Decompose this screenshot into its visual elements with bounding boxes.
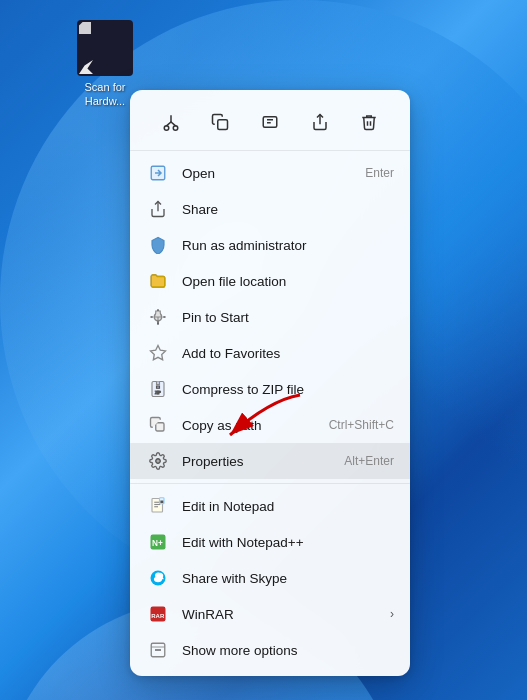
svg-marker-11 <box>151 346 166 360</box>
svg-text:≡: ≡ <box>161 500 163 504</box>
menu-item-properties-shortcut: Alt+Enter <box>344 454 394 468</box>
icon-thumbnail <box>77 20 133 76</box>
menu-item-edit-notepadpp[interactable]: N+ Edit with Notepad++ <box>130 524 410 560</box>
winrar-submenu-arrow: › <box>390 607 394 621</box>
winrar-icon: RAR <box>146 602 170 626</box>
context-menu: Open Enter Share Run as administrator Op… <box>130 90 410 676</box>
svg-rect-2 <box>218 120 228 130</box>
menu-item-open-location[interactable]: Open file location <box>130 263 410 299</box>
properties-icon <box>146 449 170 473</box>
menu-item-compress-zip-label: Compress to ZIP file <box>182 382 394 397</box>
menu-item-properties[interactable]: Properties Alt+Enter <box>130 443 410 479</box>
skype-icon <box>146 566 170 590</box>
toolbar-rename-button[interactable] <box>252 104 288 140</box>
menu-item-run-admin-label: Run as administrator <box>182 238 394 253</box>
menu-item-winrar-label: WinRAR <box>182 607 382 622</box>
menu-item-properties-label: Properties <box>182 454 336 469</box>
share-icon <box>146 197 170 221</box>
menu-item-share-skype[interactable]: Share with Skype <box>130 560 410 596</box>
toolbar-share-button[interactable] <box>302 104 338 140</box>
menu-item-open-label: Open <box>182 166 357 181</box>
menu-item-copy-path[interactable]: Copy as path Ctrl+Shift+C <box>130 407 410 443</box>
menu-item-share-skype-label: Share with Skype <box>182 571 394 586</box>
star-icon <box>146 341 170 365</box>
notepad-icon: ≡ <box>146 494 170 518</box>
notepadpp-icon: N+ <box>146 530 170 554</box>
menu-item-pin-start-label: Pin to Start <box>182 310 394 325</box>
menu-item-share[interactable]: Share <box>130 191 410 227</box>
menu-item-edit-notepad-label: Edit in Notepad <box>182 499 394 514</box>
menu-item-copy-path-shortcut: Ctrl+Shift+C <box>329 418 394 432</box>
svg-point-16 <box>156 459 161 464</box>
menu-separator-1 <box>130 483 410 484</box>
desktop-icon-label: Scan for Hardw... <box>85 80 126 109</box>
menu-item-run-admin[interactable]: Run as administrator <box>130 227 410 263</box>
menu-item-share-label: Share <box>182 202 394 217</box>
toolbar-cut-button[interactable] <box>153 104 189 140</box>
menu-item-edit-notepad[interactable]: ≡ Edit in Notepad <box>130 488 410 524</box>
svg-text:RAR: RAR <box>151 613 165 619</box>
menu-item-add-favorites-label: Add to Favorites <box>182 346 394 361</box>
menu-item-add-favorites[interactable]: Add to Favorites <box>130 335 410 371</box>
svg-rect-13 <box>157 386 160 388</box>
zip-icon: ZIP <box>146 377 170 401</box>
menu-item-show-more[interactable]: Show more options <box>130 632 410 668</box>
svg-text:ZIP: ZIP <box>155 391 161 395</box>
toolbar-delete-button[interactable] <box>351 104 387 140</box>
menu-item-winrar[interactable]: RAR WinRAR › <box>130 596 410 632</box>
svg-rect-15 <box>156 423 164 431</box>
context-menu-toolbar <box>130 98 410 151</box>
pin-icon <box>146 305 170 329</box>
menu-item-compress-zip[interactable]: ZIP Compress to ZIP file <box>130 371 410 407</box>
menu-item-open-location-label: Open file location <box>182 274 394 289</box>
svg-text:N+: N+ <box>152 539 163 548</box>
shield-icon <box>146 233 170 257</box>
menu-item-edit-notepadpp-label: Edit with Notepad++ <box>182 535 394 550</box>
menu-item-pin-start[interactable]: Pin to Start <box>130 299 410 335</box>
folder-icon <box>146 269 170 293</box>
menu-item-show-more-label: Show more options <box>182 643 394 658</box>
copy-path-icon <box>146 413 170 437</box>
menu-item-copy-path-label: Copy as path <box>182 418 321 433</box>
menu-item-open[interactable]: Open Enter <box>130 155 410 191</box>
menu-item-open-shortcut: Enter <box>365 166 394 180</box>
open-icon <box>146 161 170 185</box>
toolbar-copy-button[interactable] <box>202 104 238 140</box>
more-options-icon <box>146 638 170 662</box>
icon-arrow <box>79 60 93 74</box>
